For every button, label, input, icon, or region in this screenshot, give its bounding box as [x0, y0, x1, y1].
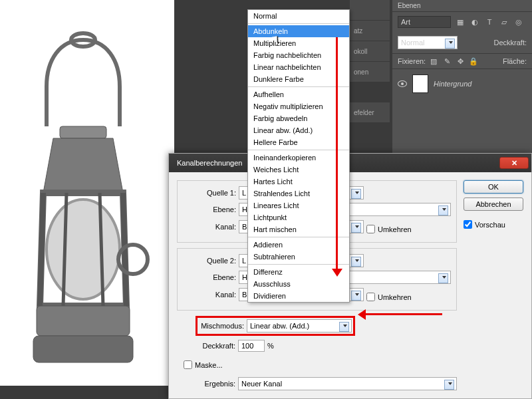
- calculations-dialog: Kanalberechnungen ✕ Quelle 1:L Ebene:Hi …: [168, 153, 532, 399]
- type-filter-icon[interactable]: T: [484, 17, 495, 27]
- menu-item[interactable]: Abdunkeln: [248, 25, 349, 37]
- menu-item[interactable]: Hart mischen: [248, 223, 349, 235]
- percent-label: %: [267, 342, 274, 350]
- mischmodus-select[interactable]: Linear abw. (Add.): [247, 319, 352, 332]
- invert2-checkbox[interactable]: Umkehren: [366, 293, 412, 301]
- side-tabs: atz okoll onen efelder: [350, 0, 390, 123]
- panel-title: Ebenen: [392, 0, 532, 12]
- menu-separator: [248, 264, 349, 265]
- opacity-input[interactable]: [238, 340, 265, 352]
- kanal1-label: Kanal:: [178, 223, 236, 231]
- menu-item[interactable]: Multiplizieren: [248, 37, 349, 49]
- menu-item[interactable]: Farbig nachbelichten: [248, 49, 349, 61]
- menu-separator: [248, 237, 349, 237]
- menu-separator: [248, 150, 349, 150]
- menu-item[interactable]: Weiches Licht: [248, 164, 349, 176]
- menu-item[interactable]: Ineinanderkopieren: [248, 152, 349, 164]
- document-canvas: [0, 0, 174, 386]
- smart-filter-icon[interactable]: ◎: [513, 17, 524, 27]
- svg-rect-1: [60, 126, 106, 138]
- close-button[interactable]: ✕: [499, 157, 529, 169]
- menu-item[interactable]: Lichtpunkt: [248, 211, 349, 223]
- side-tab[interactable]: [350, 0, 390, 21]
- kanal2-label: Kanal:: [178, 291, 236, 299]
- lantern-image: [7, 20, 160, 379]
- lock-paint-icon[interactable]: ✎: [442, 56, 452, 66]
- adjust-filter-icon[interactable]: ◐: [469, 17, 480, 27]
- menu-item[interactable]: Linear nachbelichten: [248, 61, 349, 73]
- annotation-arrow-left: [366, 313, 442, 315]
- layers-panel: Ebenen ▦ ◐ T ▱ ◎ Normal Deckkraft: Fixie…: [392, 0, 532, 153]
- layer-name: Hintergrund: [434, 80, 471, 88]
- menu-item[interactable]: Ausschluss: [248, 278, 349, 290]
- opacity-label: Deckkraft:: [493, 39, 527, 47]
- lock-label: Fixieren:: [398, 57, 426, 65]
- menu-item[interactable]: Farbig abwedeln: [248, 112, 349, 124]
- side-tab[interactable]: onen: [350, 62, 390, 82]
- annotation-arrow-down: [336, 37, 338, 270]
- layer-row[interactable]: Hintergrund: [392, 69, 532, 98]
- shape-filter-icon[interactable]: ▱: [499, 17, 509, 27]
- menu-item[interactable]: Lineares Licht: [248, 200, 349, 211]
- invert1-checkbox[interactable]: Umkehren: [366, 225, 412, 233]
- blend-mode-menu: NormalAbdunkelnMultiplizierenFarbig nach…: [247, 9, 350, 303]
- menu-item[interactable]: Hellere Farbe: [248, 136, 349, 148]
- menu-item[interactable]: Aufhellen: [248, 88, 349, 100]
- title-bar[interactable]: Kanalberechnungen ✕: [169, 154, 531, 172]
- svg-rect-4: [33, 336, 133, 362]
- side-tab[interactable]: okoll: [350, 41, 390, 62]
- ebene2-label: Ebene:: [178, 273, 236, 281]
- fill-label: Fläche:: [503, 57, 527, 65]
- menu-item[interactable]: Subtrahieren: [248, 251, 349, 263]
- source1-label: Quelle 1:: [178, 189, 236, 197]
- side-tab[interactable]: efelder: [350, 102, 390, 123]
- svg-rect-3: [37, 306, 130, 336]
- ok-button[interactable]: OK: [464, 180, 523, 194]
- image-filter-icon[interactable]: ▦: [455, 17, 466, 27]
- layer-thumbnail: [412, 74, 428, 93]
- visibility-icon[interactable]: [398, 80, 407, 87]
- svg-point-2: [47, 200, 120, 299]
- lock-all-icon[interactable]: 🔒: [468, 56, 479, 66]
- menu-item[interactable]: Negativ multiplizieren: [248, 100, 349, 112]
- result-select[interactable]: Neuer Kanal: [238, 377, 457, 390]
- menu-separator: [248, 23, 349, 24]
- opacity-label: Deckkraft:: [177, 342, 235, 350]
- menu-item[interactable]: Strahlendes Licht: [248, 188, 349, 200]
- cancel-button[interactable]: Abbrechen: [464, 198, 523, 211]
- menu-item[interactable]: Hartes Licht: [248, 176, 349, 188]
- source2-label: Quelle 2:: [178, 257, 236, 265]
- mask-checkbox[interactable]: Maske...: [184, 360, 223, 369]
- lock-pixels-icon[interactable]: ▨: [428, 56, 439, 66]
- menu-item[interactable]: Dividieren: [248, 290, 349, 302]
- blend-mode-select[interactable]: Normal: [398, 36, 458, 49]
- menu-separator: [248, 86, 349, 87]
- side-tab[interactable]: atz: [350, 21, 390, 41]
- mischmodus-label: Mischmodus:: [199, 322, 244, 330]
- lock-move-icon[interactable]: ✥: [455, 56, 466, 66]
- preview-checkbox[interactable]: Vorschau: [464, 220, 523, 229]
- result-label: Ergebnis:: [177, 380, 235, 388]
- menu-item[interactable]: Normal: [248, 10, 349, 22]
- menu-item[interactable]: Addieren: [248, 239, 349, 251]
- menu-item[interactable]: Dunklere Farbe: [248, 73, 349, 85]
- layer-filter-input[interactable]: [398, 16, 451, 28]
- dialog-title: Kanalberechnungen: [172, 159, 247, 167]
- menu-item[interactable]: Linear abw. (Add.): [248, 124, 349, 136]
- ebene1-label: Ebene:: [178, 205, 236, 213]
